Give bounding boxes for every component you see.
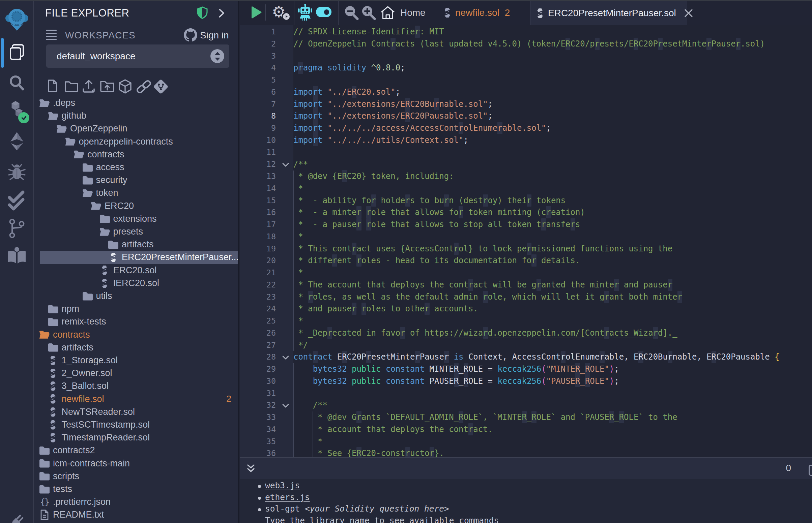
folder-open-icon (39, 98, 50, 108)
upload-file-icon[interactable] (81, 79, 96, 95)
tree-item-badge: 2 (226, 394, 231, 404)
line-number: 16 (240, 206, 276, 219)
code-line-35: 35 * (240, 436, 812, 448)
terminal-output[interactable]: web3.jsethers.jssol-gpt <your Solidity q… (240, 479, 812, 523)
solidity-compiler-icon[interactable] (0, 99, 34, 126)
bullet-icon (258, 485, 261, 488)
toolbar-divider (265, 4, 266, 21)
ai-copilot-icon[interactable] (296, 4, 313, 22)
line-number: 17 (240, 219, 276, 231)
git-icon[interactable] (0, 215, 34, 242)
terminal-link[interactable]: web3.js (265, 481, 300, 490)
line-number: 12 (240, 158, 276, 170)
tree-file-ERC20.sol[interactable]: ERC20.sol (34, 264, 239, 277)
code-editor[interactable]: 1// SPDX-License-Identifier: MIT2// Open… (240, 25, 812, 457)
chevron-right-icon[interactable] (216, 7, 226, 20)
ipfs-import-icon[interactable] (118, 79, 133, 96)
tree-folder-presets[interactable]: presets (34, 225, 239, 238)
ai-toggle[interactable] (316, 7, 332, 17)
tree-file-ERC20PresetMinterPauser...[interactable]: ERC20PresetMinterPauser... (40, 251, 238, 264)
code-text: * and pauser roles to other accounts. (293, 303, 478, 315)
tree-folder-npm[interactable]: npm (34, 302, 239, 315)
code-line-36: 36 * See {ERC20-constructor}. (240, 448, 812, 457)
new-folder-icon[interactable] (64, 79, 79, 94)
sign-in-button[interactable]: Sign in (200, 30, 229, 41)
plugin-manager-icon[interactable] (0, 508, 34, 523)
search-icon[interactable] (0, 69, 34, 96)
terminal-expand-icon[interactable] (245, 462, 257, 476)
tree-folder-tests[interactable]: tests (34, 483, 239, 496)
tree-folder-access[interactable]: access (34, 161, 239, 174)
compile-settings-icon[interactable]: ⚙ (272, 3, 292, 22)
code-text: * This contract uses {AccessControl} to … (293, 243, 672, 255)
https-import-icon[interactable] (135, 79, 152, 96)
tree-folder-extensions[interactable]: extensions (34, 212, 239, 226)
folder-open-icon (73, 149, 85, 159)
tree-file-2_Owner.sol[interactable]: 2_Owner.sol (34, 367, 239, 380)
tree-item-label: access (96, 162, 124, 173)
tree-file-newfile.sol[interactable]: newfile.sol2 (34, 393, 239, 406)
tree-folder-contracts[interactable]: contracts (34, 328, 239, 341)
workspaces-menu-icon[interactable] (46, 30, 57, 42)
deploy-run-icon[interactable] (0, 128, 34, 155)
unit-testing-icon[interactable] (0, 187, 34, 214)
fold-chevron-icon[interactable] (281, 161, 290, 170)
tree-folder-artifacts[interactable]: artifacts (34, 238, 239, 251)
tree-file-1_Storage.sol[interactable]: 1_Storage.sol (34, 354, 239, 367)
tree-folder-openzeppelin-contracts[interactable]: openzeppelin-contracts (34, 135, 239, 148)
zoom-out-icon[interactable] (342, 4, 360, 23)
tab-ERC20PresetMinterPauser.sol[interactable]: ERC20PresetMinterPauser.sol (530, 1, 687, 25)
terminal-link[interactable]: ethers.js (265, 492, 310, 502)
tree-folder-github[interactable]: github (34, 109, 239, 122)
upload-folder-icon[interactable] (100, 79, 115, 94)
code-text: import "../extensions/ERC20Burnable.sol"… (293, 98, 493, 110)
terminal-listen-checkbox[interactable] (809, 465, 812, 476)
workspace-select[interactable]: default_workspace (46, 44, 229, 68)
tree-folder-contracts[interactable]: contracts (34, 148, 239, 161)
tree-file-3_Ballot.sol[interactable]: 3_Ballot.sol (34, 379, 239, 393)
folder-icon (48, 317, 59, 327)
learneth-icon[interactable] (0, 242, 34, 270)
terminal-listen-count: 0 (786, 463, 791, 473)
git-clone-icon[interactable] (154, 79, 168, 96)
tree-folder-artifacts[interactable]: artifacts (34, 341, 239, 354)
tree-folder-icm-contracts-main[interactable]: icm-contracts-main (34, 457, 239, 470)
tree-file-.prettierrc.json[interactable]: {}.prettierrc.json (34, 495, 239, 508)
fold-chevron-icon[interactable] (281, 354, 290, 363)
code-line-9: 9import "../../../access/AccessControlEn… (240, 122, 812, 134)
shield-icon[interactable] (197, 6, 208, 21)
folder-icon (39, 471, 50, 481)
tree-file-README.txt[interactable]: README.txt (34, 508, 239, 521)
fold-chevron-icon[interactable] (281, 402, 290, 411)
tree-item-label: presets (113, 227, 143, 237)
tree-file-TestSCTimestamp.sol[interactable]: TestSCTimestamp.sol (34, 418, 239, 431)
new-file-icon[interactable] (46, 79, 59, 94)
github-icon[interactable] (184, 28, 197, 43)
line-number: 7 (240, 98, 276, 110)
tree-folder-security[interactable]: security (34, 174, 239, 187)
code-line-18: 18 * (240, 231, 812, 243)
tree-folder-token[interactable]: token (34, 186, 239, 199)
tree-folder-ERC20[interactable]: ERC20 (34, 199, 239, 213)
tree-file-TimestampReader.sol[interactable]: TimestampReader.sol (34, 431, 239, 444)
terminal-entry: ethers.js (240, 492, 812, 504)
tree-folder-scripts[interactable]: scripts (34, 470, 239, 483)
tree-folder-.deps[interactable]: .deps (34, 96, 239, 109)
line-number: 3 (240, 50, 276, 62)
tree-folder-utils[interactable]: utils (34, 289, 239, 303)
run-icon[interactable] (249, 5, 263, 21)
tree-file-IERC20.sol[interactable]: IERC20.sol (34, 277, 239, 290)
line-number: 6 (240, 86, 276, 98)
tree-file-NewTSReader.sol[interactable]: NewTSReader.sol (34, 405, 239, 418)
tab-home[interactable]: Home (380, 0, 426, 25)
debugger-icon[interactable] (0, 158, 34, 185)
file-explorer-icon[interactable] (0, 39, 34, 66)
zoom-in-icon[interactable] (360, 4, 377, 23)
tree-folder-OpenZeppelin[interactable]: OpenZeppelin (34, 122, 239, 135)
tree-item-label: remix-tests (62, 317, 106, 327)
close-icon[interactable] (684, 8, 694, 18)
tab-newfile.sol[interactable]: newfile.sol 2 (444, 0, 510, 25)
tree-folder-remix-tests[interactable]: remix-tests (34, 315, 239, 328)
tree-item-label: IERC20.sol (113, 278, 159, 288)
tree-folder-contracts2[interactable]: contracts2 (34, 444, 239, 457)
